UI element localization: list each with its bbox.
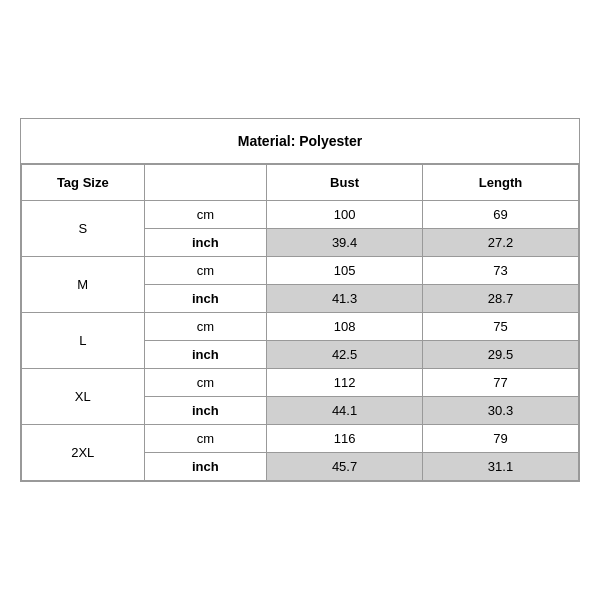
length-cm-value: 73 [423,257,579,285]
header-unit-empty [144,165,267,201]
bust-cm-value: 105 [267,257,423,285]
unit-inch: inch [144,285,267,313]
bust-inch-value: 42.5 [267,341,423,369]
bust-cm-value: 100 [267,201,423,229]
length-cm-value: 69 [423,201,579,229]
size-label: S [22,201,145,257]
bust-inch-value: 39.4 [267,229,423,257]
size-chart-container: Material: Polyester Tag Size Bust Length… [20,118,580,482]
chart-title: Material: Polyester [21,119,579,164]
length-inch-value: 30.3 [423,397,579,425]
size-label: 2XL [22,425,145,481]
length-inch-value: 31.1 [423,453,579,481]
size-label: L [22,313,145,369]
bust-inch-value: 41.3 [267,285,423,313]
unit-cm: cm [144,201,267,229]
header-tag-size: Tag Size [22,165,145,201]
unit-inch: inch [144,229,267,257]
unit-cm: cm [144,313,267,341]
bust-inch-value: 44.1 [267,397,423,425]
size-table: Tag Size Bust Length S cm 100 69 inch 39… [21,164,579,481]
length-cm-value: 79 [423,425,579,453]
unit-cm: cm [144,425,267,453]
size-label: XL [22,369,145,425]
unit-inch: inch [144,341,267,369]
header-length: Length [423,165,579,201]
unit-inch: inch [144,453,267,481]
bust-cm-value: 108 [267,313,423,341]
length-cm-value: 75 [423,313,579,341]
length-inch-value: 28.7 [423,285,579,313]
bust-cm-value: 116 [267,425,423,453]
length-inch-value: 27.2 [423,229,579,257]
unit-inch: inch [144,397,267,425]
length-inch-value: 29.5 [423,341,579,369]
size-label: M [22,257,145,313]
unit-cm: cm [144,369,267,397]
unit-cm: cm [144,257,267,285]
bust-inch-value: 45.7 [267,453,423,481]
length-cm-value: 77 [423,369,579,397]
bust-cm-value: 112 [267,369,423,397]
header-bust: Bust [267,165,423,201]
